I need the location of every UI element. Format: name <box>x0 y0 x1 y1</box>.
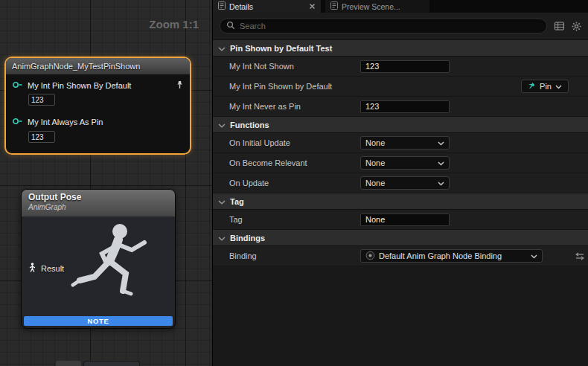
pin-icon <box>528 82 536 91</box>
node-title: AnimGraphNode_MyTestPinShown <box>12 62 140 71</box>
chevron-down-icon <box>218 197 226 206</box>
zoom-level-label: Zoom 1:1 <box>149 18 199 30</box>
property-row: My Int Never as Pin <box>213 97 588 117</box>
dropdown-value: None <box>365 179 385 187</box>
property-label: On Become Relevant <box>213 158 360 167</box>
pin-value-input[interactable] <box>28 94 55 106</box>
property-row: On Initial Update None <box>213 133 588 153</box>
close-tab-icon[interactable] <box>309 3 316 10</box>
category-title: Tag <box>230 197 244 206</box>
property-row: On Update None <box>213 173 588 193</box>
category-functions[interactable]: Functions <box>213 117 588 133</box>
partial-node[interactable] <box>83 361 140 366</box>
revert-icon[interactable] <box>575 252 584 260</box>
on-initial-update-dropdown[interactable]: None <box>360 136 450 150</box>
output-pose-node[interactable]: Output Pose AnimGraph <box>21 189 176 329</box>
property-label: My Int Never as Pin <box>213 102 360 111</box>
pin-value-input[interactable] <box>28 131 55 143</box>
partial-node[interactable] <box>56 361 81 366</box>
details-tab-icon <box>218 1 226 11</box>
tag-input[interactable] <box>360 214 450 226</box>
pose-person-icon[interactable] <box>28 263 36 274</box>
category-title: Bindings <box>230 234 265 243</box>
category-bindings[interactable]: Bindings <box>213 230 588 246</box>
node-subtitle: AnimGraph <box>28 203 168 211</box>
note-label: NOTE <box>88 317 109 325</box>
node-header[interactable]: Output Pose AnimGraph <box>22 190 175 216</box>
chevron-down-icon <box>438 138 444 147</box>
details-panel: Details Preview Scene... <box>212 0 588 366</box>
property-label: On Initial Update <box>213 138 360 147</box>
binding-dropdown[interactable]: Default Anim Graph Node Binding <box>360 249 543 263</box>
on-update-dropdown[interactable]: None <box>360 176 450 190</box>
property-row: On Become Relevant None <box>213 153 588 173</box>
search-input[interactable] <box>240 22 540 30</box>
chevron-down-icon <box>218 44 226 53</box>
pin-dropdown-value: Pin <box>540 82 552 91</box>
node-note-bar[interactable]: NOTE <box>24 316 173 326</box>
chevron-down-icon <box>438 158 444 167</box>
int-pin-icon[interactable] <box>12 118 23 126</box>
int-pin-icon[interactable] <box>12 81 23 90</box>
tab-well: Details Preview Scene... <box>213 0 588 13</box>
category-title: Functions <box>230 121 269 129</box>
category-pin-shown-by-default-test[interactable]: Pin Shown by Default Test <box>213 40 588 57</box>
property-row: Tag <box>213 210 588 230</box>
result-pin-label: Result <box>41 264 64 273</box>
details-toolbar <box>213 13 588 40</box>
chevron-down-icon <box>438 179 444 187</box>
dropdown-value: None <box>365 158 385 167</box>
result-pin-row[interactable]: Result <box>28 263 64 274</box>
preview-scene-tab-icon <box>330 1 338 11</box>
node-header[interactable]: AnimGraphNode_MyTestPinShown <box>6 58 190 74</box>
chevron-down-icon <box>218 234 226 243</box>
node-title: Output Pose <box>28 192 168 202</box>
property-label: On Update <box>213 179 360 187</box>
search-box[interactable] <box>220 19 547 33</box>
thumbtack-icon[interactable] <box>176 80 184 91</box>
dropdown-value: None <box>365 138 385 147</box>
node-preview-image: Result <box>22 216 175 316</box>
node-pin-row: My Int Always As Pin <box>12 118 184 126</box>
search-icon <box>226 21 235 31</box>
my-int-never-as-pin-input[interactable] <box>360 100 450 113</box>
on-become-relevant-dropdown[interactable]: None <box>360 156 450 170</box>
property-row: My Int Not Shown <box>213 57 588 77</box>
settings-gear-icon[interactable] <box>572 22 581 31</box>
pin-label: My Int Always As Pin <box>28 118 103 126</box>
pin-visibility-dropdown[interactable]: Pin <box>521 80 569 93</box>
pin-label: My Int Pin Shown By Default <box>28 81 131 90</box>
property-row: My Int Pin Shown by Default Pin <box>213 77 588 97</box>
dropdown-value: Default Anim Graph Node Binding <box>379 251 502 260</box>
property-row: Binding Default Anim Graph Node Binding <box>213 246 588 266</box>
chevron-down-icon <box>555 82 562 91</box>
display-options-icon[interactable] <box>555 22 564 30</box>
tab-preview-scene[interactable]: Preview Scene... <box>325 0 429 13</box>
property-label: Binding <box>213 251 360 260</box>
property-label: Tag <box>213 215 360 224</box>
tab-details[interactable]: Details <box>213 0 321 13</box>
chevron-down-icon <box>218 121 226 129</box>
tab-label: Preview Scene... <box>342 2 400 11</box>
chevron-down-icon <box>531 251 537 260</box>
property-label: My Int Pin Shown by Default <box>213 82 360 91</box>
tab-label: Details <box>229 2 253 11</box>
my-int-not-shown-input[interactable] <box>360 60 450 73</box>
graph-editor-canvas[interactable]: Zoom 1:1 AnimGraphNode_MyTestPinShown My… <box>0 0 212 366</box>
mannequin-figure <box>62 216 173 316</box>
property-label: My Int Not Shown <box>213 62 360 71</box>
node-pin-row: My Int Pin Shown By Default <box>12 80 184 91</box>
anim-graph-node[interactable]: AnimGraphNode_MyTestPinShown My Int Pin … <box>4 57 191 155</box>
binding-icon <box>365 251 375 262</box>
category-tag[interactable]: Tag <box>213 193 588 210</box>
unreal-editor-window: Zoom 1:1 AnimGraphNode_MyTestPinShown My… <box>0 0 588 366</box>
category-title: Pin Shown by Default Test <box>230 44 332 53</box>
